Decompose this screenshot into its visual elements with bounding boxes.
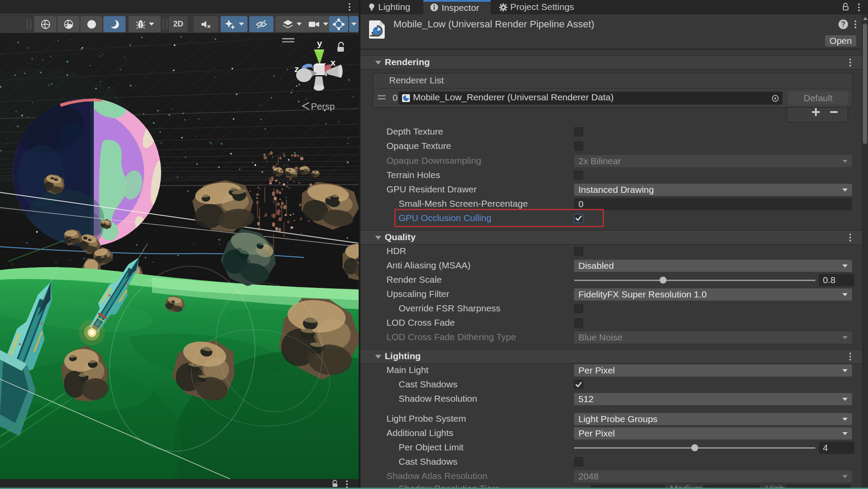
- svg-text:y: y: [317, 38, 322, 48]
- svg-text:x: x: [330, 57, 336, 67]
- svg-text:Persp: Persp: [311, 101, 335, 111]
